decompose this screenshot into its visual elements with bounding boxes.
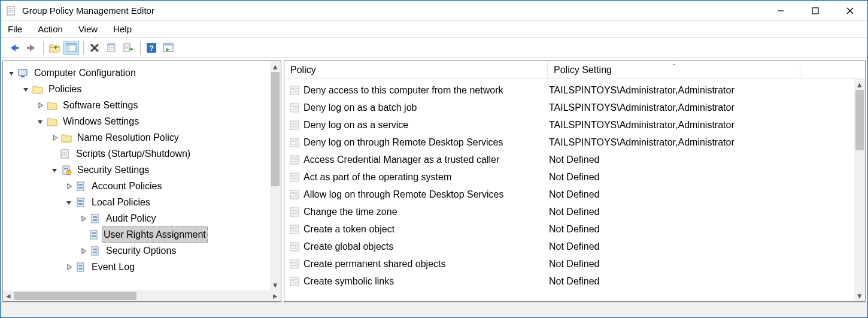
svg-rect-33 [108,44,115,46]
menu-action[interactable]: Action [38,24,63,34]
window-controls [763,1,867,20]
policy-item-icon [289,172,300,183]
policy-name: Create global objects [304,241,393,252]
list-pane: Policy Policy Setting ⌄ Deny access to t… [284,60,866,302]
policy-row[interactable]: Change the time zoneNot Defined [284,203,865,220]
policy-row[interactable]: Access Credential Manager as a trusted c… [284,151,865,168]
forward-button[interactable] [23,41,39,55]
list-vertical-scrollbar[interactable]: ▴ ▾ [854,79,865,301]
policy-name: Act as part of the operating system [304,172,451,183]
minimize-button[interactable] [763,1,798,20]
policy-list[interactable]: Deny access to this computer from the ne… [284,79,865,301]
tree-pane: Computer Configuration Policies Software… [2,60,281,302]
policy-name: Change the time zone [304,207,397,217]
tree-node-name-resolution[interactable]: Name Resolution Policy [3,129,281,146]
tree-node-scripts[interactable]: Scripts (Startup/Shutdown) [3,146,281,162]
show-hide-tree-button[interactable] [63,41,79,55]
tree-node-security-options[interactable]: Security Options [3,243,281,259]
tree-node-windows-settings[interactable]: Windows Settings [3,113,281,129]
tree-node-local-policies[interactable]: Local Policies [3,194,281,210]
policy-item-icon [289,189,300,200]
svg-rect-42 [163,44,173,46]
folder-icon [60,132,72,143]
policy-name: Create symbolic links [304,276,394,287]
scroll-down-icon[interactable]: ▾ [270,280,281,290]
tree-node-computer-configuration[interactable]: Computer Configuration [3,65,281,81]
app-window: Group Policy Management Editor File Acti… [0,0,868,318]
policy-item-icon [289,241,300,252]
scroll-up-icon[interactable]: ▴ [270,61,281,72]
svg-rect-26 [27,47,31,49]
policy-setting: Not Defined [548,259,865,269]
tree-node-policies[interactable]: Policies [3,81,281,97]
policy-setting: Not Defined [548,241,865,252]
policy-setting: TAILSPINTOYS\Administrator,Administrator [548,85,865,96]
policy-setting: Not Defined [548,207,865,217]
extended-view-button[interactable] [160,41,176,55]
tree-vertical-scrollbar[interactable]: ▴ ▾ [270,61,281,290]
policy-setting: TAILSPINTOYS\Administrator,Administrator [548,137,865,148]
policy-item-icon [289,207,300,217]
menu-help[interactable]: Help [113,24,132,34]
svg-rect-28 [66,44,76,46]
tree-horizontal-scrollbar[interactable]: ◂ ▸ [3,290,281,301]
scroll-down-icon[interactable]: ▾ [854,290,865,301]
column-header-policy[interactable]: Policy [284,61,548,78]
policy-name: Access Credential Manager as a trusted c… [304,155,499,165]
tree-node-account-policies[interactable]: Account Policies [3,178,281,194]
scroll-up-icon[interactable]: ▴ [854,79,865,90]
svg-rect-22 [812,8,818,14]
column-header-spacer[interactable] [800,61,854,78]
config-tree[interactable]: Computer Configuration Policies Software… [3,65,281,275]
maximize-button[interactable] [798,1,833,20]
policy-row[interactable]: Create global objectsNot Defined [284,238,865,255]
policy-row[interactable]: Act as part of the operating systemNot D… [284,168,865,186]
policy-setting: Not Defined [548,224,865,235]
menu-file[interactable]: File [8,24,22,34]
policy-row[interactable]: Allow log on through Remote Desktop Serv… [284,186,865,203]
policy-setting: Not Defined [548,276,865,287]
policy-setting: Not Defined [548,172,865,183]
policy-setting: Not Defined [548,155,865,165]
computer-icon [17,68,29,78]
policy-row[interactable]: Deny log on as a serviceTAILSPINTOYS\Adm… [284,116,865,134]
policy-row[interactable]: Deny log on through Remote Desktop Servi… [284,134,865,151]
delete-button[interactable] [87,41,102,55]
policy-row[interactable]: Deny access to this computer from the ne… [284,81,865,99]
help-button[interactable]: ? [144,41,159,55]
up-button[interactable] [47,41,62,55]
tree-node-user-rights-assignment[interactable]: User Rights Assignment [3,226,281,243]
policy-row[interactable]: Create permanent shared objectsNot Defin… [284,255,865,272]
back-button[interactable] [7,41,22,55]
policy-row[interactable]: Deny log on as a batch jobTAILSPINTOYS\A… [284,99,865,116]
export-list-button[interactable] [120,41,136,55]
policy-setting: TAILSPINTOYS\Administrator,Administrator [548,120,865,131]
policy-item-icon [289,85,300,96]
policy-item-icon [289,102,300,113]
scroll-icon [59,149,71,159]
security-icon [75,197,87,208]
toolbar: ? [1,38,867,58]
security-icon [89,246,101,256]
menubar: File Action View Help [1,21,867,38]
security-icon [75,181,87,192]
list-header: Policy Policy Setting ⌄ [284,61,865,79]
tree-node-audit-policy[interactable]: Audit Policy [3,210,281,226]
menu-view[interactable]: View [78,24,98,34]
policy-item-icon [289,259,300,269]
policy-row[interactable]: Create a token objectNot Defined [284,220,865,238]
scroll-left-icon[interactable]: ◂ [3,290,14,301]
scroll-right-icon[interactable]: ▸ [270,290,281,301]
app-icon [5,5,17,17]
svg-rect-29 [66,46,70,52]
close-button[interactable] [833,1,867,20]
tree-node-event-log[interactable]: Event Log [3,259,281,275]
policy-row[interactable]: Create symbolic linksNot Defined [284,272,865,290]
policy-setting: TAILSPINTOYS\Administrator,Administrator [548,102,865,113]
policy-item-icon [289,137,300,148]
properties-button[interactable] [104,41,119,55]
tree-node-security-settings[interactable]: Security Settings [3,162,281,178]
policy-name: Allow log on through Remote Desktop Serv… [304,189,503,200]
column-header-policy-setting[interactable]: Policy Setting ⌄ [548,61,800,78]
tree-node-software-settings[interactable]: Software Settings [3,97,281,113]
